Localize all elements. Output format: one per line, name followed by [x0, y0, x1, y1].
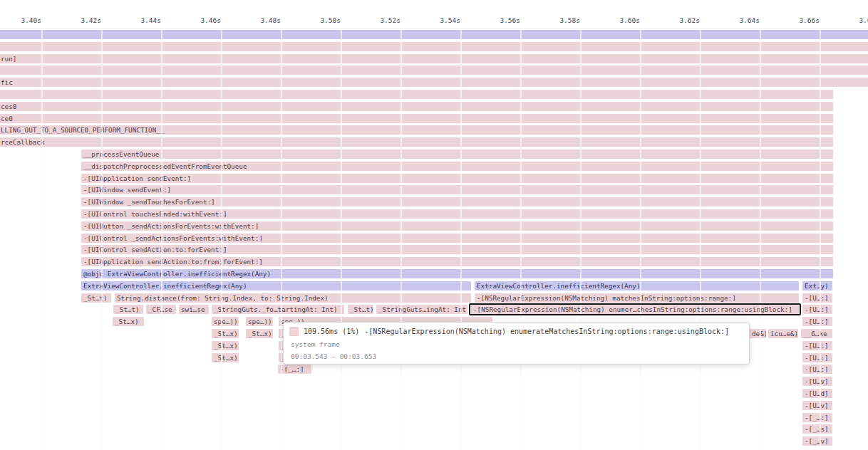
flame-chart: run]ficces0ce0LLING_OUT_TO_A_SOURCE0_PER…	[0, 0, 868, 450]
flame-bar[interactable]: _St…x)	[212, 353, 239, 362]
gridline	[760, 28, 761, 450]
flame-bar[interactable]: -[_…v]	[802, 436, 832, 446]
gridline	[460, 28, 462, 450]
flame-bar[interactable]: _St…x)	[212, 329, 239, 338]
flame-bar[interactable]	[0, 66, 868, 75]
flame-bar[interactable]: -[_…s]	[802, 424, 832, 434]
flame-bar[interactable]	[0, 42, 868, 51]
flame-bar[interactable]: -[U…:]	[802, 305, 832, 314]
flame-bar[interactable]: -[UIControl sendAction:to:forEvent:]	[81, 245, 833, 254]
gridline	[640, 28, 641, 450]
flame-bar[interactable]: fic	[0, 78, 868, 87]
gridline	[221, 28, 222, 450]
flame-bar[interactable]: -[UIControl _sendActionsForEvents:withEv…	[81, 234, 833, 243]
flame-bar[interactable]: -[U…v]	[802, 377, 832, 386]
frame-tooltip: 109.56ms (1%) -[NSRegularExpression(NSMa…	[283, 322, 750, 365]
flame-bar[interactable]: icu…e&)	[768, 329, 798, 338]
flame-bar[interactable]: ces0	[0, 102, 833, 111]
flame-bar[interactable]: -[NSRegularExpression(NSMatching) matche…	[475, 293, 799, 303]
tooltip-time-range: 00:03.543 — 00:03.653	[291, 352, 742, 360]
flame-bar[interactable]: -[U…:]	[802, 293, 832, 303]
frame-color-swatch-icon	[289, 327, 299, 336]
flame-bar[interactable]: -[UIWindow _sendTouchesForEvent:]	[81, 197, 833, 206]
flame-bar[interactable]: __processEventQueue	[81, 150, 833, 159]
flame-bar[interactable]: -[_…:]	[278, 365, 311, 374]
flame-bar[interactable]: -[_…:]	[802, 413, 832, 422]
gridline	[341, 28, 342, 450]
flame-bar[interactable]: -[U…v]	[802, 401, 832, 410]
flame-bar[interactable]: _St…x)	[212, 341, 239, 350]
flame-bar[interactable]: Ext…y)	[802, 281, 832, 291]
flame-bar[interactable]: ExtraViewController.inefficientRegex(Any…	[475, 281, 799, 291]
gridline	[161, 28, 162, 450]
flame-bar[interactable]: -[UIApplication sendAction:to:from:forEv…	[81, 257, 833, 266]
flame-bar[interactable]: String.distance(from: String.Index, to: …	[115, 293, 471, 303]
flame-bar[interactable]: spe…))	[246, 317, 273, 326]
flame-bar[interactable]: _St…t)	[113, 305, 143, 314]
flame-bar[interactable]: _St…x)	[246, 329, 273, 338]
flame-bar[interactable]: @objc ExtraViewController.inefficientReg…	[81, 269, 833, 278]
flame-bar[interactable]	[0, 30, 868, 39]
flame-bar[interactable]: -[UIButton _sendActionsForEvents:withEve…	[81, 221, 833, 231]
flame-bar[interactable]: -[UIWindow sendEvent:]	[81, 185, 833, 194]
flame-bar[interactable]: -[U…:]	[802, 317, 832, 326]
flame-bar[interactable]: _St…t)	[348, 305, 373, 314]
flame-bar[interactable]	[0, 90, 833, 99]
flame-bar[interactable]: __dispatchPreprocessedEventFromEventQueu…	[81, 162, 833, 171]
flame-bar[interactable]: ce0	[0, 114, 833, 123]
flame-bar[interactable]: spe…))	[212, 317, 239, 326]
flame-bar[interactable]: _StringGuts…ingAt: Int)	[376, 305, 467, 314]
flame-bar[interactable]: __6…ke	[801, 329, 832, 338]
tooltip-duration: 109.56ms (1%)	[304, 328, 359, 335]
gridline	[520, 28, 522, 450]
gridline	[401, 28, 402, 450]
flame-bar[interactable]: -[UIApplication sendEvent:]	[81, 174, 833, 183]
gridline	[281, 28, 282, 450]
flame-bar[interactable]: LLING_OUT_TO_A_SOURCE0_PERFORM_FUNCTION_…	[0, 125, 833, 135]
flame-bar[interactable]: -[U…:]	[802, 341, 832, 350]
flame-bar[interactable]: -[UIControl touchesEnded:withEvent:]	[81, 209, 833, 219]
tooltip-symbol: -[NSRegularExpression(NSMatching) enumer…	[364, 328, 729, 335]
flame-bar[interactable]: run]	[0, 54, 868, 63]
flame-bar[interactable]: _StringGuts._fo…tartingAt: Int)	[212, 305, 344, 314]
flame-bar[interactable]: _St…x)	[113, 317, 144, 326]
gridline	[580, 28, 582, 450]
flame-bar[interactable]: ExtraViewController.inefficientRegex(Any…	[81, 281, 471, 291]
flame-bar[interactable]: -[U…:]	[802, 353, 832, 362]
gridline	[700, 28, 701, 450]
flame-bar[interactable]: de&)	[750, 329, 766, 338]
gridline	[820, 28, 821, 450]
flame-bar[interactable]: _St…t)	[81, 293, 111, 303]
flame-bar[interactable]: -[U…d]	[802, 389, 832, 398]
gridline	[101, 28, 103, 450]
flame-bar[interactable]: swi…se	[179, 305, 209, 314]
tooltip-title-line: 109.56ms (1%) -[NSRegularExpression(NSMa…	[289, 327, 742, 336]
flame-bar[interactable]: -[U…:]	[802, 365, 832, 374]
flame-bar[interactable]: rceCallback	[0, 137, 833, 147]
gridline	[41, 28, 43, 450]
tooltip-frame-type: system frame	[291, 340, 742, 348]
